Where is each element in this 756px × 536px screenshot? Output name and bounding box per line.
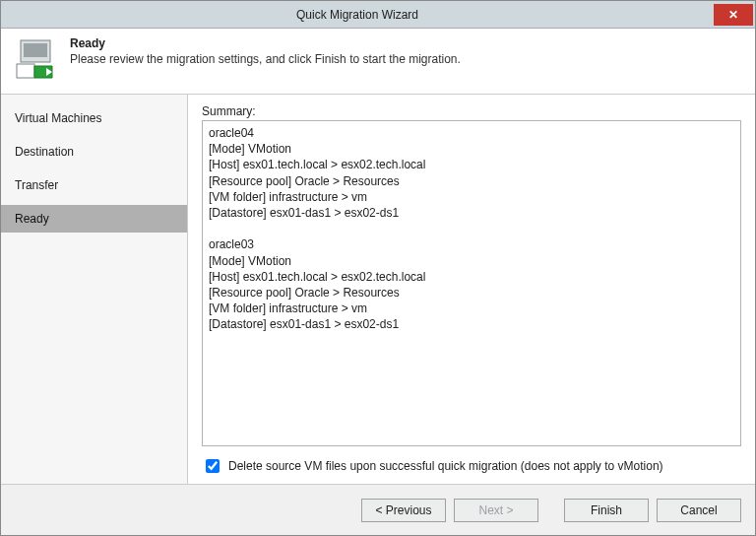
titlebar: Quick Migration Wizard ✕ (1, 1, 755, 29)
wizard-body: Virtual Machines Destination Transfer Re… (1, 95, 755, 484)
cancel-button[interactable]: Cancel (657, 499, 741, 522)
step-virtual-machines[interactable]: Virtual Machines (1, 104, 187, 132)
previous-button[interactable]: < Previous (361, 499, 446, 522)
next-button: Next > (454, 499, 538, 522)
wizard-content: Summary: oracle04 [Mode] VMotion [Host] … (188, 95, 755, 484)
wizard-header: Ready Please review the migration settin… (1, 29, 755, 95)
svg-rect-1 (24, 43, 47, 57)
svg-rect-2 (17, 64, 34, 78)
summary-label: Summary: (202, 104, 741, 118)
close-button[interactable]: ✕ (714, 4, 753, 26)
page-title: Ready (70, 36, 461, 50)
wizard-header-text: Ready Please review the migration settin… (70, 36, 461, 66)
finish-button[interactable]: Finish (564, 499, 649, 522)
delete-source-checkbox[interactable] (206, 459, 220, 473)
page-subtitle: Please review the migration settings, an… (70, 52, 461, 66)
step-transfer[interactable]: Transfer (1, 171, 187, 199)
step-destination[interactable]: Destination (1, 138, 187, 166)
step-ready[interactable]: Ready (1, 205, 187, 233)
summary-textarea[interactable]: oracle04 [Mode] VMotion [Host] esx01.tec… (202, 120, 741, 446)
wizard-steps-sidebar: Virtual Machines Destination Transfer Re… (1, 95, 188, 484)
delete-source-checkbox-label: Delete source VM files upon successful q… (228, 459, 663, 473)
wizard-footer: < Previous Next > Finish Cancel (1, 484, 755, 535)
window-title: Quick Migration Wizard (1, 8, 714, 22)
close-icon: ✕ (728, 8, 738, 22)
delete-source-checkbox-row[interactable]: Delete source VM files upon successful q… (202, 456, 741, 476)
wizard-window: Quick Migration Wizard ✕ Ready Please re… (0, 0, 756, 536)
wizard-icon (13, 36, 60, 84)
